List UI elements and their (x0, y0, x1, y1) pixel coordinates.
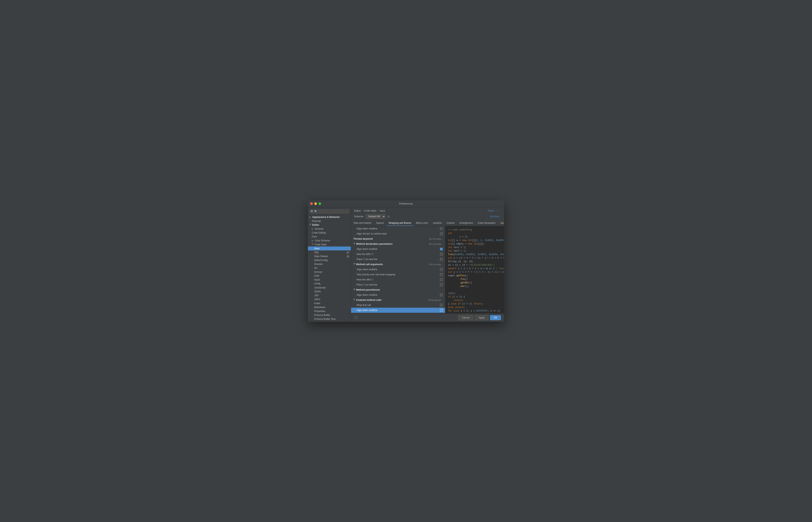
set-from-button[interactable]: Set from... (490, 215, 501, 218)
tab-blank-lines[interactable]: Blank Lines (414, 220, 430, 226)
checkbox-new-line-2[interactable] (440, 278, 443, 281)
sidebar-item-html[interactable]: HTML (308, 282, 351, 286)
sidebar-item-gherkin[interactable]: Gherkin (308, 262, 351, 266)
help-button[interactable]: ? (354, 316, 358, 319)
sidebar-item-font[interactable]: Font (308, 235, 351, 239)
back-icon: ← (495, 209, 498, 212)
breadcrumb: Editor › Code Style › Java (354, 209, 385, 212)
sidebar-item-shell-script[interactable]: Shell Script (308, 321, 351, 322)
sidebar-item-go[interactable]: Go (308, 266, 351, 270)
checkbox-take-priority[interactable] (440, 273, 443, 276)
checkbox-align-4[interactable] (440, 294, 443, 296)
sidebar-item-markdown[interactable]: Markdown (308, 305, 351, 309)
sidebar-item-label: Gherkin (314, 263, 323, 265)
sidebar-item-appearance[interactable]: ▶ Appearance & Behavior (308, 215, 351, 219)
sidebar-item-editorconfig[interactable]: EditorConfig (308, 258, 351, 262)
sidebar-item-properties[interactable]: Properties (308, 309, 351, 313)
setting-align-multiline-3[interactable]: Align when multiline (351, 267, 445, 272)
help-label: ? (355, 317, 356, 319)
checkbox-rparen-2[interactable] (440, 283, 443, 286)
checkbox-align-throws[interactable] (440, 233, 443, 235)
tab-code-generation[interactable]: Code Generation (475, 220, 498, 226)
sql-badge: ≡ (347, 251, 349, 254)
sidebar-item-general[interactable]: ▶ General (308, 227, 351, 231)
setting-align-multiline-4[interactable]: Align when multiline (351, 293, 445, 298)
gear-icon[interactable]: ⚙ (387, 215, 390, 218)
sidebar-item-protocol-buffer-text[interactable]: Protocol Buffer Text (308, 317, 351, 321)
expand-icon: ▶ (353, 289, 355, 291)
setting-chained-calls[interactable]: ▶ Chained method calls Wrap always (351, 298, 445, 303)
setting-align-throws[interactable]: Align 'throws' to method start (351, 231, 445, 236)
setting-align-multiline-2[interactable]: Align when multiline (351, 246, 445, 252)
setting-throws-keyword[interactable]: Throws keyword Do not wrap (351, 236, 445, 241)
checkbox-place-rparen[interactable] (440, 258, 443, 261)
setting-new-line-after-paren-2[interactable]: New line after '(' (351, 277, 445, 282)
expand-icon: ▶ (309, 216, 311, 218)
sidebar: 🔍 ▶ Appearance & Behavior Keymap ▶ Edito… (308, 207, 351, 322)
panel-header: Editor › Code Style › Java Reset ← → (351, 207, 504, 213)
sidebar-item-javascript[interactable]: JavaScript (308, 286, 351, 289)
scheme-select[interactable]: Default IDE (366, 214, 385, 219)
sidebar-item-code-style[interactable]: ▶ Code Style (308, 243, 351, 246)
code-preview: // code something int i = 0; int[] a = n… (445, 226, 504, 313)
setting-align-multiline-top[interactable]: Align when multiline (351, 226, 445, 231)
code-line: s1 = s2 = s3 = "012345678901456"; (448, 263, 501, 267)
sidebar-item-color-scheme[interactable]: ▶ Color Scheme (308, 239, 351, 243)
sidebar-item-style-sheets[interactable]: Style Sheets ≡ (308, 254, 351, 258)
checkbox-new-line-after-paren[interactable] (440, 253, 443, 256)
setting-new-line-after-paren[interactable]: New line after '(' (351, 252, 445, 257)
code-line: assert i + j + k + l + n + m <= 2 : "ass… (448, 267, 501, 270)
sidebar-item-json[interactable]: JSON (308, 289, 351, 294)
expand-icon: ▶ (353, 299, 355, 301)
checkbox-align-multiline-3[interactable] (440, 268, 443, 271)
checkbox-align-multiline-2[interactable] (440, 248, 443, 250)
sidebar-item-jsp[interactable]: JSP (308, 294, 351, 298)
sidebar-item-editor[interactable]: ▶ Editor (308, 223, 351, 227)
ok-button[interactable]: OK (490, 315, 501, 320)
setting-label: Wrap first call (356, 304, 440, 306)
sidebar-item-code-editing[interactable]: Code Editing (308, 231, 351, 235)
sidebar-item-keymap[interactable]: Keymap (308, 219, 351, 223)
tab-arrangement[interactable]: Arrangement (457, 220, 475, 226)
checkbox-wrap-first[interactable] (440, 304, 443, 306)
expand-icon: ▶ (312, 228, 314, 230)
setting-align-multiline-selected[interactable]: Align when multiline (351, 308, 445, 313)
setting-place-rparen-2[interactable]: Place ')' on new line (351, 282, 445, 287)
code-line: for (int i = 0; i < 0xFFFFFF; i += 2) (448, 309, 501, 313)
sidebar-item-sql[interactable]: SQL ≡ (308, 250, 351, 254)
setting-wrap-first-call[interactable]: Wrap first call (351, 303, 445, 308)
search-input[interactable] (314, 210, 348, 213)
setting-method-decl-params[interactable]: ▶ Method declaration parameters Do not w… (351, 241, 445, 246)
tab-javadoc[interactable]: JavaDoc (430, 220, 444, 226)
sidebar-item-gsp[interactable]: GSP (308, 274, 351, 278)
sidebar-item-java[interactable]: Java (308, 246, 351, 250)
setting-method-parens[interactable]: ▶ Method parentheses (351, 287, 445, 293)
search-box[interactable]: 🔍 (309, 209, 349, 214)
tab-wrapping-braces[interactable]: Wrapping and Braces (386, 220, 413, 226)
maximize-button[interactable] (318, 202, 321, 205)
setting-take-priority[interactable]: Take priority over call chain wrapping (351, 272, 445, 277)
sidebar-item-groovy[interactable]: Groovy (308, 270, 351, 274)
cancel-button[interactable]: Cancel (458, 315, 473, 320)
tab-tabs-indents[interactable]: Tabs and Indents (351, 220, 374, 226)
tab-spaces[interactable]: Spaces (374, 220, 386, 226)
setting-place-rparen[interactable]: Place ')' on new line (351, 257, 445, 262)
close-button[interactable] (310, 202, 313, 205)
sidebar-item-label: JavaScript (314, 286, 326, 289)
setting-method-call-args[interactable]: ▶ Method call arguments Do not wrap (351, 262, 445, 267)
sidebar-item-protocol-buffer[interactable]: Protocol Buffer (308, 313, 351, 317)
setting-label: Align when multiline (356, 268, 440, 271)
tab-java-ee-names[interactable]: Java EE Names (498, 220, 504, 226)
checkbox-align-multiline-top[interactable] (440, 227, 443, 230)
tab-imports[interactable]: Imports (444, 220, 457, 226)
sidebar-item-haml[interactable]: Haml (308, 278, 351, 282)
apply-button[interactable]: Apply (475, 315, 488, 320)
minimize-button[interactable] (314, 202, 317, 205)
preferences-window: Preferences 🔍 ▶ Appearance & Behavior Ke… (308, 200, 504, 322)
checkbox-align-selected[interactable] (440, 309, 443, 312)
reset-button[interactable]: Reset ← → (488, 209, 501, 212)
setting-label: Align 'throws' to method start (356, 233, 440, 235)
sidebar-item-jspx[interactable]: JSPX (308, 298, 351, 301)
sidebar-item-kotlin[interactable]: Kotlin (308, 301, 351, 305)
sidebar-item-label: Appearance & Behavior (312, 216, 340, 218)
